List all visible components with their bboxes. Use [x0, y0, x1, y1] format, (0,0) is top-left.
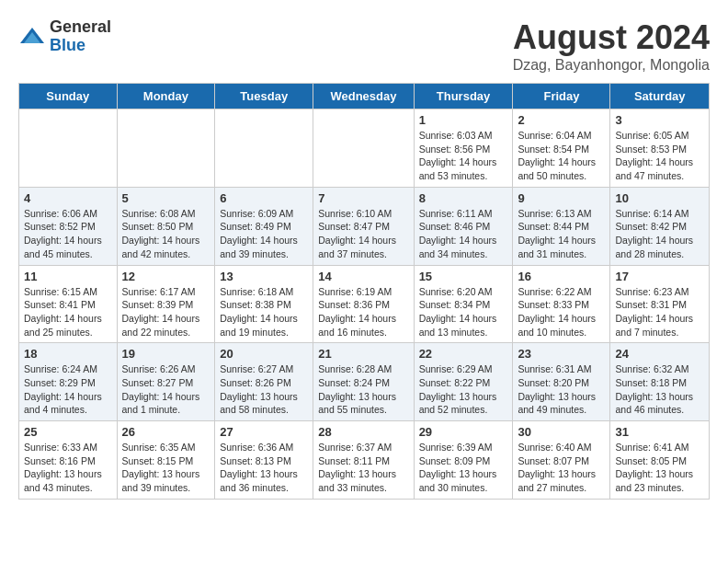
- week-row-1: 1Sunrise: 6:03 AMSunset: 8:56 PMDaylight…: [19, 109, 710, 188]
- cell-2-1: 12Sunrise: 6:17 AMSunset: 8:39 PMDayligh…: [117, 265, 215, 343]
- week-row-4: 18Sunrise: 6:24 AMSunset: 8:29 PMDayligh…: [19, 343, 710, 421]
- week-row-3: 11Sunrise: 6:15 AMSunset: 8:41 PMDayligh…: [19, 265, 710, 343]
- cell-info: Sunrise: 6:40 AMSunset: 8:07 PMDaylight:…: [518, 441, 605, 495]
- cell-info: Sunrise: 6:33 AMSunset: 8:16 PMDaylight:…: [24, 441, 112, 495]
- cell-info: Sunrise: 6:15 AMSunset: 8:41 PMDaylight:…: [24, 285, 112, 339]
- cell-info: Sunrise: 6:28 AMSunset: 8:24 PMDaylight:…: [318, 362, 408, 417]
- page-header: General Blue August 2024 Dzag, Bayanhong…: [18, 18, 710, 74]
- logo-icon: [18, 23, 46, 51]
- title-block: August 2024 Dzag, Bayanhongor, Mongolia: [513, 18, 710, 74]
- cell-info: Sunrise: 6:18 AMSunset: 8:38 PMDaylight:…: [220, 285, 308, 339]
- cell-info: Sunrise: 6:13 AMSunset: 8:44 PMDaylight:…: [518, 207, 605, 261]
- cell-date: 13: [220, 270, 308, 283]
- logo-blue-text: Blue: [50, 37, 111, 55]
- col-wednesday: Wednesday: [313, 84, 414, 109]
- cell-1-5: 9Sunrise: 6:13 AMSunset: 8:44 PMDaylight…: [513, 187, 610, 265]
- cell-2-5: 16Sunrise: 6:22 AMSunset: 8:33 PMDayligh…: [513, 265, 610, 343]
- cell-4-2: 27Sunrise: 6:36 AMSunset: 8:13 PMDayligh…: [215, 421, 313, 500]
- cell-0-3: [313, 109, 414, 188]
- cell-info: Sunrise: 6:23 AMSunset: 8:31 PMDaylight:…: [615, 285, 704, 339]
- cell-info: Sunrise: 6:36 AMSunset: 8:13 PMDaylight:…: [220, 441, 308, 495]
- cell-1-3: 7Sunrise: 6:10 AMSunset: 8:47 PMDaylight…: [313, 187, 414, 265]
- cell-0-1: [117, 109, 215, 188]
- cell-1-2: 6Sunrise: 6:09 AMSunset: 8:49 PMDaylight…: [215, 187, 313, 265]
- cell-info: Sunrise: 6:41 AMSunset: 8:05 PMDaylight:…: [615, 441, 704, 495]
- logo: General Blue: [18, 18, 111, 55]
- cell-date: 24: [615, 347, 704, 361]
- cell-date: 11: [24, 270, 112, 283]
- cell-3-1: 19Sunrise: 6:26 AMSunset: 8:27 PMDayligh…: [117, 343, 215, 421]
- cell-4-1: 26Sunrise: 6:35 AMSunset: 8:15 PMDayligh…: [117, 421, 215, 500]
- cell-date: 21: [318, 347, 408, 361]
- cell-info: Sunrise: 6:39 AMSunset: 8:09 PMDaylight:…: [419, 441, 508, 495]
- cell-info: Sunrise: 6:35 AMSunset: 8:15 PMDaylight:…: [122, 441, 210, 495]
- cell-3-6: 24Sunrise: 6:32 AMSunset: 8:18 PMDayligh…: [610, 343, 710, 421]
- cell-info: Sunrise: 6:11 AMSunset: 8:46 PMDaylight:…: [419, 207, 508, 261]
- cell-1-0: 4Sunrise: 6:06 AMSunset: 8:52 PMDaylight…: [19, 187, 118, 265]
- cell-info: Sunrise: 6:37 AMSunset: 8:11 PMDaylight:…: [318, 441, 408, 495]
- cell-date: 14: [318, 270, 408, 283]
- logo-general-text: General: [50, 18, 111, 37]
- col-friday: Friday: [513, 84, 610, 109]
- cell-2-6: 17Sunrise: 6:23 AMSunset: 8:31 PMDayligh…: [610, 265, 710, 343]
- cell-info: Sunrise: 6:04 AMSunset: 8:54 PMDaylight:…: [518, 129, 605, 183]
- cell-3-2: 20Sunrise: 6:27 AMSunset: 8:26 PMDayligh…: [215, 343, 313, 421]
- cell-date: 1: [419, 113, 508, 127]
- month-title: August 2024: [513, 18, 710, 57]
- cell-date: 17: [615, 270, 704, 283]
- cell-info: Sunrise: 6:10 AMSunset: 8:47 PMDaylight:…: [318, 207, 408, 261]
- cell-date: 2: [518, 113, 605, 127]
- cell-info: Sunrise: 6:09 AMSunset: 8:49 PMDaylight:…: [220, 207, 308, 261]
- cell-date: 7: [318, 191, 408, 205]
- cell-1-6: 10Sunrise: 6:14 AMSunset: 8:42 PMDayligh…: [610, 187, 710, 265]
- cell-0-6: 3Sunrise: 6:05 AMSunset: 8:53 PMDaylight…: [610, 109, 710, 188]
- cell-3-4: 22Sunrise: 6:29 AMSunset: 8:22 PMDayligh…: [414, 343, 513, 421]
- cell-2-4: 15Sunrise: 6:20 AMSunset: 8:34 PMDayligh…: [414, 265, 513, 343]
- cell-date: 23: [518, 347, 605, 361]
- cell-date: 4: [24, 191, 112, 205]
- week-row-5: 25Sunrise: 6:33 AMSunset: 8:16 PMDayligh…: [19, 421, 710, 500]
- col-saturday: Saturday: [610, 84, 710, 109]
- cell-1-1: 5Sunrise: 6:08 AMSunset: 8:50 PMDaylight…: [117, 187, 215, 265]
- cell-1-4: 8Sunrise: 6:11 AMSunset: 8:46 PMDaylight…: [414, 187, 513, 265]
- cell-date: 12: [122, 270, 210, 283]
- cell-info: Sunrise: 6:05 AMSunset: 8:53 PMDaylight:…: [615, 129, 704, 183]
- col-sunday: Sunday: [19, 84, 118, 109]
- cell-4-3: 28Sunrise: 6:37 AMSunset: 8:11 PMDayligh…: [313, 421, 414, 500]
- col-monday: Monday: [117, 84, 215, 109]
- cell-date: 30: [518, 425, 605, 439]
- cell-info: Sunrise: 6:03 AMSunset: 8:56 PMDaylight:…: [419, 129, 508, 183]
- cell-4-0: 25Sunrise: 6:33 AMSunset: 8:16 PMDayligh…: [19, 421, 118, 500]
- cell-date: 22: [419, 347, 508, 361]
- cell-info: Sunrise: 6:22 AMSunset: 8:33 PMDaylight:…: [518, 285, 605, 339]
- cell-date: 8: [419, 191, 508, 205]
- cell-date: 15: [419, 270, 508, 283]
- cell-date: 28: [318, 425, 408, 439]
- cell-2-0: 11Sunrise: 6:15 AMSunset: 8:41 PMDayligh…: [19, 265, 118, 343]
- cell-date: 10: [615, 191, 704, 205]
- cell-date: 27: [220, 425, 308, 439]
- cell-date: 3: [615, 113, 704, 127]
- cell-2-3: 14Sunrise: 6:19 AMSunset: 8:36 PMDayligh…: [313, 265, 414, 343]
- cell-3-3: 21Sunrise: 6:28 AMSunset: 8:24 PMDayligh…: [313, 343, 414, 421]
- calendar-table: Sunday Monday Tuesday Wednesday Thursday…: [18, 83, 710, 500]
- cell-date: 9: [518, 191, 605, 205]
- cell-date: 20: [220, 347, 308, 361]
- cell-3-0: 18Sunrise: 6:24 AMSunset: 8:29 PMDayligh…: [19, 343, 118, 421]
- cell-date: 26: [122, 425, 210, 439]
- col-thursday: Thursday: [414, 84, 513, 109]
- cell-info: Sunrise: 6:14 AMSunset: 8:42 PMDaylight:…: [615, 207, 704, 261]
- cell-info: Sunrise: 6:06 AMSunset: 8:52 PMDaylight:…: [24, 207, 112, 261]
- cell-info: Sunrise: 6:32 AMSunset: 8:18 PMDaylight:…: [615, 362, 704, 417]
- cell-0-0: [19, 109, 118, 188]
- cell-4-4: 29Sunrise: 6:39 AMSunset: 8:09 PMDayligh…: [414, 421, 513, 500]
- location: Dzag, Bayanhongor, Mongolia: [513, 57, 710, 74]
- cell-date: 6: [220, 191, 308, 205]
- cell-2-2: 13Sunrise: 6:18 AMSunset: 8:38 PMDayligh…: [215, 265, 313, 343]
- cell-date: 5: [122, 191, 210, 205]
- cell-info: Sunrise: 6:31 AMSunset: 8:20 PMDaylight:…: [518, 362, 605, 417]
- cell-3-5: 23Sunrise: 6:31 AMSunset: 8:20 PMDayligh…: [513, 343, 610, 421]
- cell-date: 19: [122, 347, 210, 361]
- cell-4-5: 30Sunrise: 6:40 AMSunset: 8:07 PMDayligh…: [513, 421, 610, 500]
- header-row: Sunday Monday Tuesday Wednesday Thursday…: [19, 84, 710, 109]
